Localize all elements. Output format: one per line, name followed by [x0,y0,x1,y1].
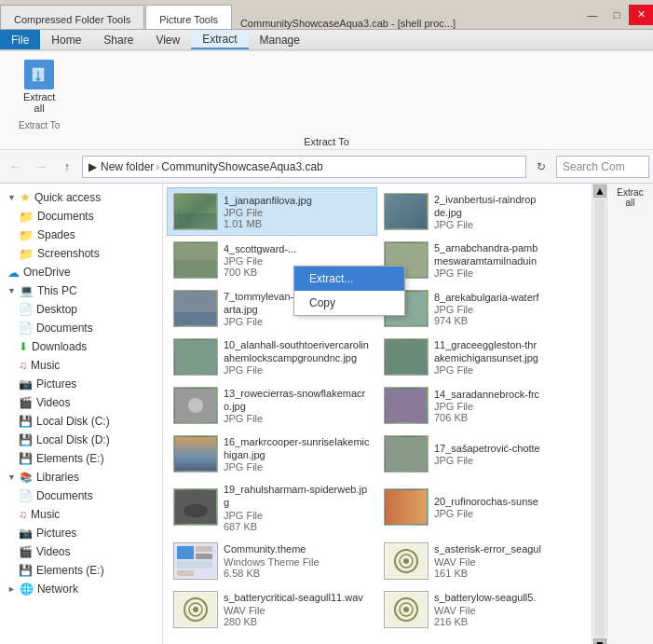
close-button[interactable]: ✕ [629,5,653,25]
scroll-up-button[interactable]: ▲ [593,185,606,198]
address-input[interactable]: ▶ New folder › CommunityShowcaseAqua3.ca… [82,156,526,178]
tab-manage[interactable]: Manage [249,30,311,49]
file-item[interactable]: 20_rufinorochas-sunse JPG File [377,478,588,537]
file-type: JPG File [224,461,371,473]
libraries-icon: 📚 [20,472,33,484]
sidebar-item-lib-elements[interactable]: 💾 Elements (E:) [0,561,162,580]
ribbon-tabs: File Home Share View Extract Manage [0,30,653,50]
context-menu-copy[interactable]: Copy [294,291,404,315]
file-item[interactable]: 16_markrcooper-sunriselakemichigan.jpg J… [167,430,377,478]
file-item[interactable]: 10_alanhall-southtoerivercarolinahemlock… [167,333,377,381]
file-item[interactable]: 8_arekabulgaria-waterf JPG File 974 KB [377,284,588,333]
sidebar-localc-label: Local Disk (C:) [36,415,110,428]
file-thumbnail [384,542,429,580]
svg-rect-16 [175,437,216,471]
forward-button[interactable]: → [30,156,52,178]
file-info: 11_graceeggleston-thrakemichigansunset.j… [434,338,581,377]
sidebar-group-network[interactable]: ► 🌐 Network [0,580,162,598]
context-menu-extract[interactable]: Extract... [294,267,404,291]
file-item-theme[interactable]: Community.theme Windows Theme File 6.58 … [167,537,377,585]
lib-elements-label: Elements (E:) [36,564,104,577]
sidebar-item-lib-videos[interactable]: 🎬 Videos [0,542,162,561]
file-type: JPG File [434,304,581,315]
tab-file[interactable]: File [0,30,40,49]
file-info: 10_alanhall-southtoerivercarolinahemlock… [224,338,371,377]
tab-home[interactable]: Home [40,30,92,49]
docs-icon: 📄 [19,322,33,335]
minimize-button[interactable]: — [580,5,605,25]
file-item[interactable]: 2_ivanbertusi-raindropde.jpg JPG File [377,187,588,236]
back-button[interactable]: ← [4,156,26,178]
sidebar-group-quickaccess[interactable]: ▼ ★ Quick access [0,187,162,207]
file-item[interactable]: 13_rowecierras-snowflakemacro.jpg JPG Fi… [167,381,377,430]
sidebar-item-lib-pictures[interactable]: 📷 Pictures [0,524,162,542]
file-info: 17_sašapetrović-chotte JPG File [434,442,581,466]
tab-picture[interactable]: Picture Tools [145,5,232,29]
sidebar-elements-label: Elements (E:) [36,452,104,465]
vertical-scrollbar[interactable]: ▲ ▼ [592,184,606,644]
sidebar-item-locald[interactable]: 💾 Local Disk (D:) [0,431,162,449]
search-box[interactable]: Search Com [556,156,649,178]
sidebar-item-documents2[interactable]: 📄 Documents [0,319,162,337]
sidebar-item-music[interactable]: ♫ Music [0,356,162,375]
extract-all-button[interactable]: Extractall [15,55,63,118]
file-info: 8_arekabulgaria-waterf JPG File 974 KB [434,291,581,326]
sidebar-item-onedrive[interactable]: ☁ OneDrive [0,263,162,281]
file-item[interactable]: 17_sašapetrović-chotte JPG File [377,430,588,478]
file-thumbnail [173,488,218,526]
sidebar-group-thispc[interactable]: ▼ 💻 This PC [0,281,162,300]
file-info: s_batterycritical-seagull11.wav WAV File… [224,591,371,626]
file-type: Windows Theme File [224,556,371,568]
network-chevron: ► [7,584,16,594]
sidebar-item-lib-music[interactable]: ♫ Music [0,505,162,524]
up-button[interactable]: ↑ [56,156,78,178]
lib-docs-icon: 📄 [19,489,33,502]
drive-icon: 💾 [19,415,33,428]
sidebar-item-elements[interactable]: 💾 Elements (E:) [0,449,162,468]
sidebar-item-spades[interactable]: 📁 Spades [0,226,162,244]
file-name: 17_sašapetrović-chotte [434,442,581,455]
sidebar-item-documents[interactable]: 📁 Documents [0,207,162,226]
file-type: WAV File [434,556,581,568]
tab-share[interactable]: Share [92,30,144,49]
file-info: 1_janapanfilova.jpg JPG File 1.01 MB [224,194,371,229]
sidebar-item-desktop[interactable]: 📄 Desktop [0,300,162,319]
file-item-wav[interactable]: s_asterisk-error_seagul WAV File 161 KB [377,537,588,585]
sidebar-item-screenshots[interactable]: 📁 Screenshots [0,244,162,263]
file-item[interactable]: 14_saradannebrock-frc JPG File 706 KB [377,381,588,430]
svg-rect-4 [386,195,427,228]
sidebar-item-lib-documents[interactable]: 📄 Documents [0,486,162,505]
file-type: JPG File [224,510,371,521]
file-info: 16_markrcooper-sunriselakemichigan.jpg J… [224,435,371,473]
breadcrumb-file[interactable]: CommunityShowcaseAqua3.cab [161,160,322,173]
sidebar-item-pictures[interactable]: 📷 Pictures [0,375,162,393]
file-item[interactable]: 19_rahulsharmam-spiderweb.jpg JPG File 6… [167,478,377,537]
file-name: s_asterisk-error_seagul [434,542,581,555]
sidebar-item-videos[interactable]: 🎬 Videos [0,393,162,412]
file-type: JPG File [434,267,581,279]
file-thumbnail [173,241,218,279]
lib-music-label: Music [31,508,60,521]
sidebar-thispc-label: This PC [37,284,77,297]
scroll-down-button[interactable]: ▼ [593,638,606,644]
file-item[interactable]: 11_graceeggleston-thrakemichigansunset.j… [377,333,588,381]
file-item-wav3[interactable]: s_batterylow-seagull5. WAV File 216 KB [377,585,588,634]
maximize-button[interactable]: □ [605,5,629,25]
tab-view[interactable]: View [144,30,191,49]
sidebar-item-localc[interactable]: 💾 Local Disk (C:) [0,412,162,431]
sidebar-group-libraries[interactable]: ▼ 📚 Libraries [0,468,162,486]
tab-compressed[interactable]: Compressed Folder Tools [0,5,144,29]
file-thumbnail [384,338,429,376]
sidebar-music-label: Music [31,359,60,372]
sidebar-item-downloads[interactable]: ⬇ Downloads [0,337,162,356]
file-name: 13_rowecierras-snowflakemacro.jpg [224,387,371,414]
file-item[interactable]: 1_janapanfilova.jpg JPG File 1.01 MB [167,187,377,236]
file-item[interactable]: 5_arnabchandra-pambmeswaramtamilnaduin J… [377,236,588,284]
file-item-wav2[interactable]: s_batterycritical-seagull11.wav WAV File… [167,585,377,634]
tab-extract[interactable]: Extract [191,30,248,49]
refresh-button[interactable]: ↻ [530,156,552,178]
file-size: 216 KB [434,616,581,627]
breadcrumb-folder[interactable]: New folder [101,160,154,173]
title-bar: Compressed Folder Tools Picture Tools Co… [0,0,653,30]
window-title: CommunityShowcaseAqua3.cab - [shell proc… [233,18,580,29]
